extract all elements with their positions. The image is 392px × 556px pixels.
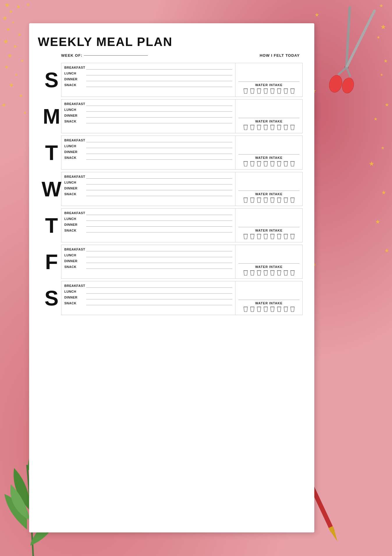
cup-icon-2[interactable] [249,88,255,94]
cup-icon-4[interactable] [263,161,269,167]
meal-input-snack-saturday[interactable] [86,301,232,305]
cup-icon-4[interactable] [263,306,269,312]
cup-icon-2[interactable] [249,197,255,203]
water-cups-thursday[interactable] [238,233,299,240]
cup-icon-4[interactable] [263,197,269,203]
cup-icon-5[interactable] [269,124,275,131]
meal-input-snack-thursday[interactable] [86,228,232,232]
meal-input-breakfast-saturday[interactable] [86,284,232,288]
cup-icon-8[interactable] [290,306,295,312]
meal-input-dinner-saturday[interactable] [86,295,232,299]
meal-input-lunch-wednesday[interactable] [86,180,232,184]
cup-icon-1[interactable] [243,270,249,276]
meal-input-dinner-wednesday[interactable] [86,186,232,190]
meal-input-dinner-friday[interactable] [86,259,232,263]
cup-icon-1[interactable] [243,233,249,240]
page-title: WEEKLY MEAL PLAN [38,35,303,49]
cup-icon-1[interactable] [243,197,249,203]
cup-icon-6[interactable] [276,197,282,203]
meal-input-snack-sunday[interactable] [86,83,232,87]
meal-input-lunch-friday[interactable] [86,253,232,257]
cup-icon-1[interactable] [243,88,249,94]
cup-icon-5[interactable] [269,88,275,94]
cup-icon-7[interactable] [283,306,289,312]
meal-input-lunch-sunday[interactable] [86,71,232,75]
cup-icon-8[interactable] [290,233,295,240]
cup-icon-1[interactable] [243,124,249,131]
meal-input-lunch-saturday[interactable] [86,289,232,294]
water-cups-sunday[interactable] [238,88,299,94]
meal-input-dinner-monday[interactable] [86,113,232,118]
feel-area-tuesday[interactable] [238,138,299,154]
feel-area-wednesday[interactable] [238,175,299,191]
cup-icon-6[interactable] [276,306,282,312]
cup-icon-7[interactable] [283,124,289,131]
meal-input-breakfast-friday[interactable] [86,247,232,251]
cup-icon-3[interactable] [256,270,262,276]
cup-icon-1[interactable] [243,306,249,312]
cup-icon-5[interactable] [269,197,275,203]
meal-input-breakfast-thursday[interactable] [86,211,232,215]
water-cups-friday[interactable] [238,270,299,276]
cup-icon-3[interactable] [256,124,262,131]
feel-area-friday[interactable] [238,247,299,263]
cup-icon-6[interactable] [276,88,282,94]
meal-input-breakfast-sunday[interactable] [86,65,232,70]
feel-area-thursday[interactable] [238,211,299,227]
cup-icon-2[interactable] [249,270,255,276]
meal-input-snack-monday[interactable] [86,119,232,123]
water-cups-monday[interactable] [238,124,299,131]
meal-input-breakfast-tuesday[interactable] [86,138,232,142]
cup-icon-7[interactable] [283,161,289,167]
cup-icon-8[interactable] [290,124,295,131]
cup-icon-3[interactable] [256,197,262,203]
feel-area-saturday[interactable] [238,284,299,300]
cup-icon-6[interactable] [276,161,282,167]
water-cups-tuesday[interactable] [238,161,299,167]
cup-icon-1[interactable] [243,161,249,167]
meal-input-breakfast-wednesday[interactable] [86,175,232,179]
cup-icon-3[interactable] [256,306,262,312]
cup-icon-4[interactable] [263,124,269,131]
meal-input-snack-tuesday[interactable] [86,156,232,160]
cup-icon-8[interactable] [290,270,295,276]
meal-input-snack-friday[interactable] [86,265,232,269]
cup-icon-5[interactable] [269,161,275,167]
water-cups-saturday[interactable] [238,306,299,312]
header-row: WEEK OF: HOW I FELT TODAY [38,53,303,58]
meal-input-snack-wednesday[interactable] [86,192,232,196]
cup-icon-4[interactable] [263,88,269,94]
cup-icon-5[interactable] [269,306,275,312]
meal-input-dinner-sunday[interactable] [86,77,232,81]
cup-icon-3[interactable] [256,161,262,167]
cup-icon-8[interactable] [290,88,295,94]
water-cups-wednesday[interactable] [238,197,299,203]
cup-icon-4[interactable] [263,233,269,240]
cup-icon-2[interactable] [249,124,255,131]
cup-icon-7[interactable] [283,270,289,276]
meal-input-lunch-tuesday[interactable] [86,144,232,148]
cup-icon-6[interactable] [276,124,282,131]
cup-icon-6[interactable] [276,270,282,276]
feel-area-monday[interactable] [238,102,299,118]
cup-icon-3[interactable] [256,233,262,240]
cup-icon-7[interactable] [283,197,289,203]
cup-icon-3[interactable] [256,88,262,94]
cup-icon-7[interactable] [283,88,289,94]
feel-area-sunday[interactable] [238,65,299,81]
cup-icon-5[interactable] [269,233,275,240]
meal-input-dinner-tuesday[interactable] [86,150,232,154]
cup-icon-7[interactable] [283,233,289,240]
cup-icon-8[interactable] [290,161,295,167]
cup-icon-2[interactable] [249,233,255,240]
cup-icon-4[interactable] [263,270,269,276]
cup-icon-5[interactable] [269,270,275,276]
meal-input-breakfast-monday[interactable] [86,102,232,106]
meal-input-lunch-monday[interactable] [86,108,232,112]
meal-input-lunch-thursday[interactable] [86,217,232,221]
cup-icon-8[interactable] [290,197,295,203]
meal-input-dinner-thursday[interactable] [86,223,232,227]
cup-icon-2[interactable] [249,306,255,312]
cup-icon-2[interactable] [249,161,255,167]
cup-icon-6[interactable] [276,233,282,240]
